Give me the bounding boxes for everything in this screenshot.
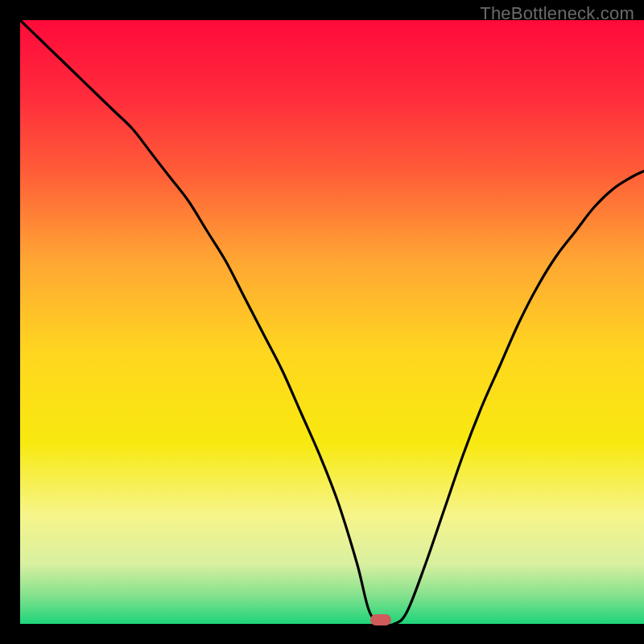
watermark-text: TheBottleneck.com: [480, 3, 634, 24]
chart-svg: [0, 0, 644, 644]
optimal-point-marker: [370, 614, 391, 625]
chart-container: { "watermark": "TheBottleneck.com", "plo…: [0, 0, 644, 644]
